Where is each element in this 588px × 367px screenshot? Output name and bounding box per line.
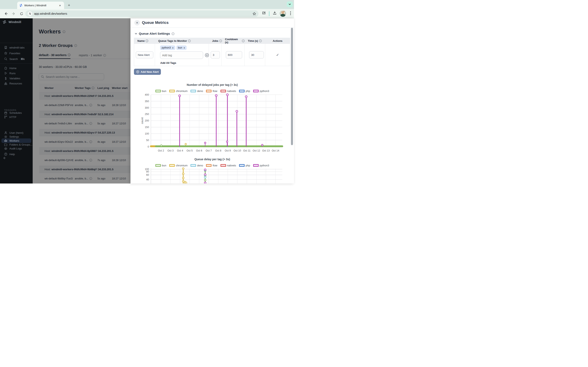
add-new-alert-button[interactable]: Add New Alert [134,69,161,75]
legend-item-php[interactable]: php [239,164,250,167]
sidebar-item-audit-logs[interactable]: Audit Logs [0,146,33,151]
url-text[interactable]: app.windmill.dev/workers [34,12,67,15]
route-icon [4,115,7,119]
reload-button[interactable] [18,11,25,17]
sidebar-item-runs[interactable]: Runs [0,71,33,75]
help-icon [4,152,7,156]
gear-icon [4,135,7,138]
downloads-icon[interactable] [273,11,277,15]
sidebar-item-help[interactable]: Help [0,152,33,156]
info-icon[interactable]: i [146,40,148,42]
svg-text:Oct 5: Oct 5 [187,149,193,152]
window-chevron-button[interactable] [287,1,293,7]
sidebar-item-home[interactable]: Home [0,66,33,70]
sidebar-item-resources[interactable]: Resources [0,81,33,86]
svg-text:Oct 12: Oct 12 [252,149,260,152]
sidebar-item-search[interactable]: Search⌘k [0,57,33,61]
svg-text:Oct 9: Oct 9 [225,149,231,152]
info-icon[interactable]: i [188,40,191,42]
queue-alert-settings-header[interactable]: Queue Alert Settings i [135,32,174,35]
sidebar-item-schedules[interactable]: Schedules [0,111,33,115]
browser-tab[interactable]: Workers | Windmill × [17,2,64,9]
legend-item-flow[interactable]: flow [206,164,217,167]
legend-item-flow[interactable]: flow [206,90,217,92]
site-settings-icon[interactable] [28,11,32,16]
svg-text:60: 60 [146,174,149,176]
alert-col-cooldown-s-: Cooldown (s) i [222,38,245,44]
play-icon [4,72,7,75]
alert-name-input[interactable] [136,51,153,58]
dollar-icon [4,77,7,80]
jobs-input[interactable] [211,51,220,58]
svg-text:Oct 14: Oct 14 [272,149,279,152]
extensions-puzzle-icon[interactable] [262,11,266,15]
back-button[interactable] [3,11,9,17]
legend-item-deno[interactable]: deno [190,90,203,92]
alert-col-actions: Actions [265,39,290,42]
legend-item-php[interactable]: php [239,90,250,92]
svg-text:50: 50 [146,139,149,142]
alert-cooldown-cell [222,44,245,66]
svg-text:40: 40 [146,178,149,181]
legend-item-bun[interactable]: bun [155,164,166,167]
legend-item-nativets[interactable]: nativets [221,164,236,167]
browser-tab-strip: Workers | Windmill × + [0,0,294,9]
legend-item-python3[interactable]: python3 [253,90,269,92]
svg-text:Oct 13: Oct 13 [262,149,270,152]
new-tab-button[interactable]: + [66,2,72,8]
svg-text:200: 200 [145,119,149,122]
star-icon [4,52,7,55]
tab-close-icon[interactable]: × [58,3,62,7]
sidebar-logo[interactable]: Windmill [0,19,33,25]
confirm-check-button[interactable]: ✓ [265,44,290,66]
add-tag-input[interactable] [160,51,203,59]
alert-jobs-cell [209,44,222,66]
info-icon[interactable]: i [242,40,245,42]
chart1-legend: bunchromiumdenoflownativetsphppython3 [130,90,294,92]
legend-item-deno[interactable]: deno [190,164,203,167]
bookmark-star-icon[interactable] [252,12,256,16]
windmill-favicon [19,4,23,7]
svg-text:count: count [141,117,144,124]
svg-text:300: 300 [145,106,149,109]
avatar[interactable] [280,10,286,17]
close-panel-button[interactable]: × [134,20,140,25]
browser-menu-icon[interactable] [289,11,292,16]
cooldown-input[interactable] [226,51,242,58]
sidebar: Windmill windmill-labs Favorites Search⌘… [0,18,33,184]
alert-col-queue-tags-to-monitor: Queue Tags to Monitor i [155,39,209,42]
legend-item-chromium[interactable]: chromium [169,90,187,92]
chart2-legend: bunchromiumdenoflownativetsphppython3 [130,164,294,167]
alert-settings-table: Name iQueue Tags to Monitor iJobs iCoold… [134,38,290,66]
legend-item-chromium[interactable]: chromium [169,164,187,167]
legend-item-nativets[interactable]: nativets [221,90,236,92]
sidebar-logo-text: Windmill [9,20,21,24]
toolbar-separator [269,11,269,16]
panel-scrollbar[interactable] [291,28,293,145]
info-icon[interactable]: i [172,33,174,35]
sidebar-item-http[interactable]: HTTP [0,115,33,119]
remove-tag-icon[interactable]: x [172,47,173,49]
sidebar-item-variables[interactable]: Variables [0,76,33,81]
forward-button[interactable] [11,11,17,17]
eye-icon [4,147,7,150]
panel-title: Queue Metrics [142,20,169,25]
svg-text:Oct 4: Oct 4 [177,149,183,152]
legend-item-python3[interactable]: python3 [253,164,269,167]
legend-item-bun[interactable]: bun [155,90,166,92]
add-tag-plus-icon[interactable] [205,53,209,57]
remove-tag-icon[interactable]: x [183,47,185,49]
sidebar-item-windmill-labs[interactable]: windmill-labs [0,45,33,50]
add-all-tags-button[interactable]: Add All Tags [160,61,176,64]
sidebar-collapse-button[interactable] [0,156,33,160]
url-bar[interactable]: app.windmill.dev/workers [25,10,259,17]
time-input[interactable] [249,51,264,58]
alert-row: python3xbunx Add All Tags ✓ [134,44,290,66]
sidebar-item-favorites[interactable]: Favorites [0,51,33,55]
info-icon[interactable]: i [259,40,262,42]
svg-text:150: 150 [145,126,149,129]
alert-col-time-s-: Time (s) i [245,39,265,42]
alert-name-cell [134,44,155,66]
alert-actions-cell: ✓ [265,44,290,66]
alert-tags-cell: python3xbunx Add All Tags [155,44,209,66]
